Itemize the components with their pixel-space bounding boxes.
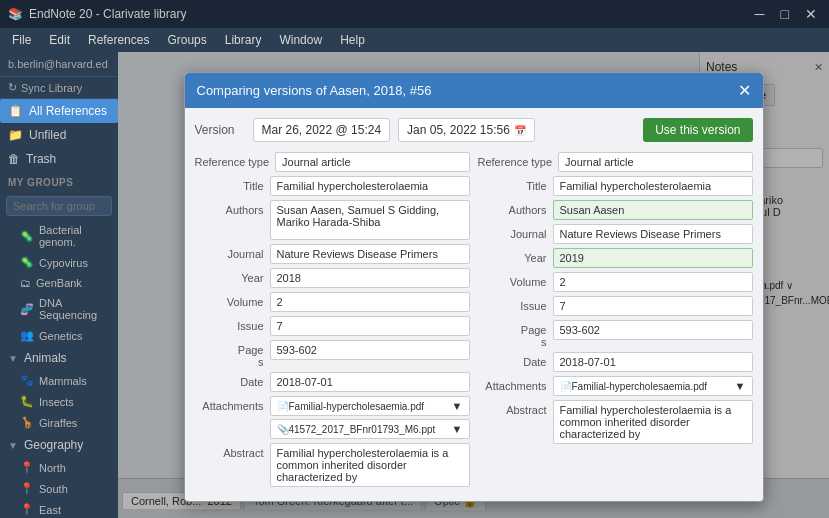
left-journal-row: Journal Nature Reviews Disease Primers — [195, 244, 470, 264]
trash-icon: 🗑 — [8, 152, 20, 166]
menu-groups[interactable]: Groups — [159, 31, 214, 49]
genetics-label: Genetics — [39, 330, 82, 342]
group-search-input[interactable] — [6, 196, 112, 216]
sidebar-item-cypovirus[interactable]: 🦠 Cypovirus — [0, 252, 118, 273]
trash-label: Trash — [26, 152, 56, 166]
left-issue-label: Issue — [195, 316, 270, 332]
version-left-date: Mar 26, 2022 @ 15:24 — [253, 118, 391, 142]
menu-bar: File Edit References Groups Library Wind… — [0, 28, 829, 52]
modal-header: Comparing versions of Aasen, 2018, #56 ✕ — [185, 73, 763, 108]
sidebar-item-north[interactable]: 📍 North — [0, 457, 118, 478]
left-title-label: Title — [195, 176, 270, 192]
right-date-value[interactable]: 2018-07-01 — [553, 352, 753, 372]
left-abstract-value[interactable]: Familial hypercholesterolaemia is a comm… — [270, 443, 470, 487]
left-issue-row: Issue 7 — [195, 316, 470, 336]
maximize-button[interactable]: □ — [777, 6, 793, 22]
sidebar-item-all-references[interactable]: 📋 All References — [0, 99, 118, 123]
right-authors-value[interactable]: Susan Aasen — [553, 200, 753, 220]
left-pages-value[interactable]: 593-602 — [270, 340, 470, 360]
menu-references[interactable]: References — [80, 31, 157, 49]
sidebar-item-giraffes[interactable]: 🦒 Giraffes — [0, 412, 118, 433]
geography-label: Geography — [24, 438, 83, 452]
right-pages-label: Page s — [478, 320, 553, 348]
dropdown-icon-left2: ▼ — [452, 423, 463, 435]
ppt-icon-left2: 📎 — [277, 424, 289, 435]
unfiled-icon: 📁 — [8, 128, 23, 142]
right-volume-row: Volume 2 — [478, 272, 753, 292]
right-attachment1[interactable]: 📄 Familial-hypercholesaemia.pdf ▼ — [553, 376, 753, 396]
right-abstract-value[interactable]: Familial hypercholesterolaemia is a comm… — [553, 400, 753, 444]
left-attachment1-name: Familial-hypercholesaemia.pdf — [289, 401, 452, 412]
left-attachment2[interactable]: 📎 41572_2017_BFnr01793_M6.ppt ▼ — [270, 419, 470, 439]
genbank-label: GenBank — [36, 277, 82, 289]
left-attachment1[interactable]: 📄 Familial-hypercholesaemia.pdf ▼ — [270, 396, 470, 416]
right-volume-label: Volume — [478, 272, 553, 288]
left-title-row: Title Familial hypercholesterolaemia — [195, 176, 470, 196]
sidebar-item-genetics[interactable]: 👥 Genetics — [0, 325, 118, 346]
left-issue-value[interactable]: 7 — [270, 316, 470, 336]
right-date-label: Date — [478, 352, 553, 368]
left-attachments-row: Attachments 📄 Familial-hypercholesaemia.… — [195, 396, 470, 439]
left-pages-row: Page s 593-602 — [195, 340, 470, 368]
sidebar-item-animals[interactable]: ▼ Animals — [0, 346, 118, 370]
right-journal-value[interactable]: Nature Reviews Disease Primers — [553, 224, 753, 244]
dropdown-icon-left1: ▼ — [452, 400, 463, 412]
menu-library[interactable]: Library — [217, 31, 270, 49]
left-authors-value[interactable]: Susan Aasen, Samuel S Gidding, Mariko Ha… — [270, 200, 470, 240]
right-ref-type-row: Reference type Journal article — [478, 152, 753, 172]
sidebar-item-geography[interactable]: ▼ Geography — [0, 433, 118, 457]
right-ref-type-value[interactable]: Journal article — [558, 152, 752, 172]
left-date-row: Date 2018-07-01 — [195, 372, 470, 392]
sidebar-item-mammals[interactable]: 🐾 Mammals — [0, 370, 118, 391]
right-title-value[interactable]: Familial hypercholesterolaemia — [553, 176, 753, 196]
left-title-value[interactable]: Familial hypercholesterolaemia — [270, 176, 470, 196]
unfiled-label: Unfiled — [29, 128, 66, 142]
right-pages-value[interactable]: 593-602 — [553, 320, 753, 340]
menu-file[interactable]: File — [4, 31, 39, 49]
menu-help[interactable]: Help — [332, 31, 373, 49]
left-year-value[interactable]: 2018 — [270, 268, 470, 288]
sidebar-item-dna[interactable]: 🧬 DNA Sequencing — [0, 293, 118, 325]
bacterial-icon: 🦠 — [20, 230, 34, 243]
sidebar-item-east[interactable]: 📍 East — [0, 499, 118, 518]
title-bar: 📚 EndNote 20 - Clarivate library ─ □ ✕ — [0, 0, 829, 28]
left-date-label: Date — [195, 372, 270, 388]
right-pages-row: Page s 593-602 — [478, 320, 753, 348]
right-issue-row: Issue 7 — [478, 296, 753, 316]
modal-close-button[interactable]: ✕ — [738, 81, 751, 100]
left-year-label: Year — [195, 268, 270, 284]
sidebar-sync[interactable]: ↻ Sync Library — [0, 77, 118, 99]
left-volume-value[interactable]: 2 — [270, 292, 470, 312]
right-issue-label: Issue — [478, 296, 553, 312]
left-journal-value[interactable]: Nature Reviews Disease Primers — [270, 244, 470, 264]
left-attachment2-name: 41572_2017_BFnr01793_M6.ppt — [289, 424, 452, 435]
menu-edit[interactable]: Edit — [41, 31, 78, 49]
left-ref-type-row: Reference type Journal article — [195, 152, 470, 172]
sidebar-item-genbank[interactable]: 🗂 GenBank — [0, 273, 118, 293]
right-abstract-row: Abstract Familial hypercholesterolaemia … — [478, 400, 753, 444]
sidebar-item-south[interactable]: 📍 South — [0, 478, 118, 499]
right-issue-value[interactable]: 7 — [553, 296, 753, 316]
use-version-button[interactable]: Use this version — [643, 118, 752, 142]
north-icon: 📍 — [20, 461, 34, 474]
version-bar: Version Mar 26, 2022 @ 15:24 Jan 05, 202… — [195, 118, 753, 142]
left-ref-type-value[interactable]: Journal article — [275, 152, 469, 172]
right-journal-row: Journal Nature Reviews Disease Primers — [478, 224, 753, 244]
left-date-value[interactable]: 2018-07-01 — [270, 372, 470, 392]
genetics-icon: 👥 — [20, 329, 34, 342]
left-ref-type-label: Reference type — [195, 152, 276, 168]
sidebar-item-insects[interactable]: 🐛 Insects — [0, 391, 118, 412]
cypovirus-label: Cypovirus — [39, 257, 88, 269]
version-right-date[interactable]: Jan 05, 2022 15:56 📅 — [398, 118, 535, 142]
right-year-label: Year — [478, 248, 553, 264]
sidebar-item-unfiled[interactable]: 📁 Unfiled — [0, 123, 118, 147]
right-volume-value[interactable]: 2 — [553, 272, 753, 292]
close-button[interactable]: ✕ — [801, 6, 821, 22]
sidebar-item-trash[interactable]: 🗑 Trash — [0, 147, 118, 171]
right-year-value[interactable]: 2019 — [553, 248, 753, 268]
sidebar-item-bacterial[interactable]: 🦠 Bacterial genom. — [0, 220, 118, 252]
minimize-button[interactable]: ─ — [751, 6, 769, 22]
sidebar-user: b.berlin@harvard.ed — [0, 52, 118, 77]
insects-label: Insects — [39, 396, 74, 408]
menu-window[interactable]: Window — [271, 31, 330, 49]
